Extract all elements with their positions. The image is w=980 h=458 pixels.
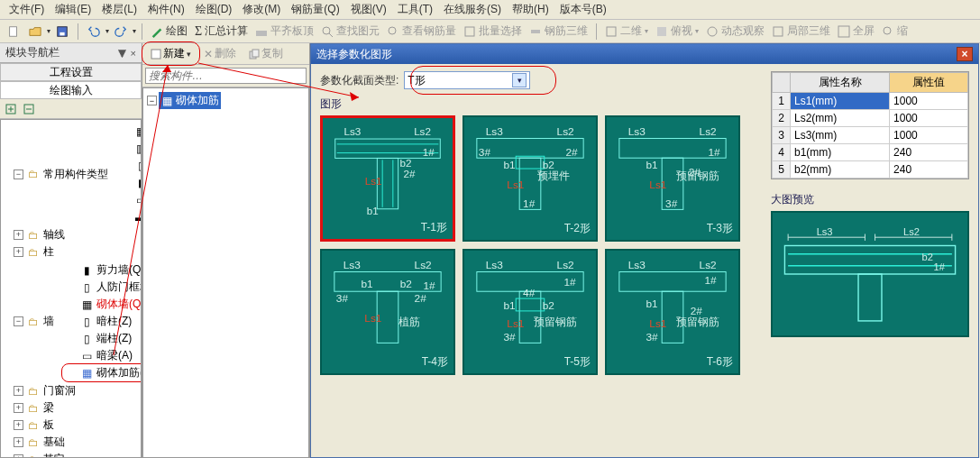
folder-icon: 🗀 (27, 316, 40, 328)
svg-text:1#: 1# (423, 279, 435, 292)
prop-row[interactable]: 3Ls3(mm)1000 (773, 127, 968, 144)
menu-floor[interactable]: 楼层(L) (96, 0, 142, 19)
element-toolbar: 新建▾ ✕删除 复制 (142, 43, 309, 65)
pin-icon[interactable]: ⯆ (117, 48, 127, 59)
flat-button[interactable]: 平齐板顶 (252, 23, 316, 39)
shape-t6[interactable]: Ls3Ls2 1#2# b13# Ls1 预留钢筋 T-6形 (605, 249, 740, 375)
local-3d[interactable]: 局部三维 (769, 23, 833, 39)
orbit[interactable]: 动态观察 (703, 23, 767, 39)
expander-icon[interactable]: + (14, 437, 23, 447)
expand-all-icon[interactable] (4, 102, 18, 116)
redo-icon[interactable] (111, 22, 131, 41)
save-icon[interactable] (52, 22, 72, 41)
open-icon[interactable] (25, 22, 45, 41)
dialog-titlebar[interactable]: 选择参数化图形 × (311, 44, 978, 64)
close-icon[interactable]: × (957, 47, 973, 61)
find-button[interactable]: 查找图元 (318, 23, 382, 39)
rebar3d-button[interactable]: 钢筋三维 (527, 23, 591, 39)
expander-icon[interactable]: + (14, 403, 23, 413)
svg-text:预留钢筋: 预留钢筋 (676, 316, 719, 328)
svg-text:1#: 1# (523, 197, 536, 210)
svg-text:Ls3: Ls3 (817, 226, 833, 237)
shape-t5[interactable]: Ls3Ls2 1#4# b1b2 3# Ls1 预留钢筋 T-5形 (463, 249, 598, 375)
element-item[interactable]: ▦砌体加筋 (159, 92, 221, 109)
shape-t4[interactable]: Ls3Ls2 3#2# b1b2 1# Ls1 植筋 T-4形 (320, 249, 455, 375)
prop-row[interactable]: 4b1(mm)240 (773, 144, 968, 161)
svg-text:Ls3: Ls3 (486, 259, 503, 271)
svg-text:Ls2: Ls2 (414, 125, 431, 137)
collapse-all-icon[interactable] (22, 102, 36, 116)
svg-text:Ls3: Ls3 (343, 259, 361, 271)
batch-select-button[interactable]: 批量选择 (461, 23, 525, 39)
undo-icon[interactable] (84, 22, 104, 41)
doorframe-icon: ▯ (80, 281, 93, 294)
tab-project-setup[interactable]: 工程设置 (0, 63, 142, 81)
shearwall-icon: ▮ (134, 177, 142, 189)
expander-icon[interactable]: − (14, 169, 23, 179)
zoom[interactable]: 缩 (879, 23, 911, 39)
shape-t2[interactable]: Ls3Ls2 3#2# b1b2 1# Ls1 预埋件 T-2形 (463, 115, 598, 242)
property-table[interactable]: 属性名称属性值 1Ls1(mm)1000 2Ls2(mm)1000 3Ls3(m… (771, 71, 969, 179)
element-list-panel: 新建▾ ✕删除 复制 − ▦砌体加筋 (142, 43, 310, 458)
shape-t1[interactable]: Ls3Ls2 1#2# b2b1 Ls1 T-1形 (320, 115, 455, 242)
prop-row[interactable]: 5b2(mm)240 (773, 161, 968, 179)
expander-icon[interactable]: + (14, 386, 23, 396)
new-file-icon[interactable] (4, 22, 23, 41)
menu-tools[interactable]: 工具(T) (392, 0, 438, 19)
expander-icon[interactable]: + (14, 454, 23, 458)
end-col-icon: ▯ (80, 333, 93, 345)
menu-draw[interactable]: 绘图(D) (190, 0, 238, 19)
menu-rebar[interactable]: 钢筋量(Q) (286, 0, 344, 19)
svg-text:Ls1: Ls1 (507, 179, 524, 191)
menu-view[interactable]: 视图(V) (345, 0, 392, 19)
element-list[interactable]: − ▦砌体加筋 (142, 87, 309, 458)
shape-grid: Ls3Ls2 1#2# b2b1 Ls1 T-1形 (320, 115, 760, 375)
dialog-title: 选择参数化图形 (316, 47, 392, 62)
menu-help[interactable]: 帮助(H) (507, 0, 554, 19)
svg-text:2#: 2# (415, 292, 427, 305)
expander-icon[interactable]: + (14, 230, 23, 240)
fullscreen[interactable]: 全屏 (835, 23, 877, 39)
new-element-button[interactable]: 新建▾ (146, 44, 196, 63)
svg-text:Ls2: Ls2 (557, 125, 574, 138)
search-element-input[interactable] (145, 68, 307, 84)
menu-online[interactable]: 在线服务(S) (438, 0, 507, 19)
close-panel-icon[interactable]: × (131, 48, 136, 59)
section-type-select[interactable]: T形 ▾ (404, 71, 530, 89)
expander-icon[interactable]: + (14, 420, 23, 430)
sum-button[interactable]: Σ汇总计算 (192, 23, 251, 39)
delete-element-button[interactable]: ✕删除 (199, 44, 241, 63)
expander-icon[interactable]: − (14, 316, 23, 326)
view-rebar-button[interactable]: 查看钢筋量 (384, 23, 459, 39)
expander-icon[interactable]: + (14, 247, 23, 257)
top-view[interactable]: 俯视▾ (653, 23, 701, 39)
tab-draw-input[interactable]: 绘图输入 (0, 81, 142, 99)
svg-text:Ls3: Ls3 (628, 259, 646, 271)
svg-line-5 (329, 33, 333, 37)
svg-text:Ls1: Ls1 (649, 179, 666, 191)
view-2d[interactable]: 二维▾ (602, 23, 651, 39)
menu-version[interactable]: 版本号(B) (554, 0, 612, 19)
hidden-beam-icon: ▭ (80, 350, 93, 362)
menu-element[interactable]: 构件(N) (142, 0, 190, 19)
svg-text:Ls1: Ls1 (649, 317, 666, 330)
svg-text:1#: 1# (563, 276, 576, 289)
menu-modify[interactable]: 修改(M) (237, 0, 286, 19)
svg-text:1#: 1# (708, 146, 720, 159)
section-type-label: 参数化截面类型: (320, 73, 398, 88)
shape-t3[interactable]: Ls3Ls2 1#2# b13# Ls1 预留钢筋 T-3形 (605, 115, 740, 242)
element-tree[interactable]: −🗀常用构件类型 ▦轴网(J) ▥筏板基础(M) ▯柱(Z) ▮剪力墙(Q) ▭… (0, 119, 142, 458)
svg-rect-92 (858, 274, 882, 321)
folder-icon: 🗀 (27, 385, 40, 398)
svg-text:Ls2: Ls2 (415, 259, 432, 271)
menu-edit[interactable]: 编辑(E) (50, 0, 96, 19)
svg-text:预留钢筋: 预留钢筋 (676, 169, 719, 182)
draw-button[interactable]: 绘图 (148, 23, 190, 39)
svg-rect-7 (465, 27, 474, 36)
copy-element-button[interactable]: 复制 (244, 44, 288, 63)
menu-file[interactable]: 文件(F) (4, 0, 50, 19)
svg-text:3#: 3# (646, 331, 658, 344)
prop-row[interactable]: 2Ls2(mm)1000 (773, 110, 968, 127)
svg-text:Ls2: Ls2 (903, 226, 920, 237)
prop-row[interactable]: 1Ls1(mm)1000 (773, 93, 968, 110)
